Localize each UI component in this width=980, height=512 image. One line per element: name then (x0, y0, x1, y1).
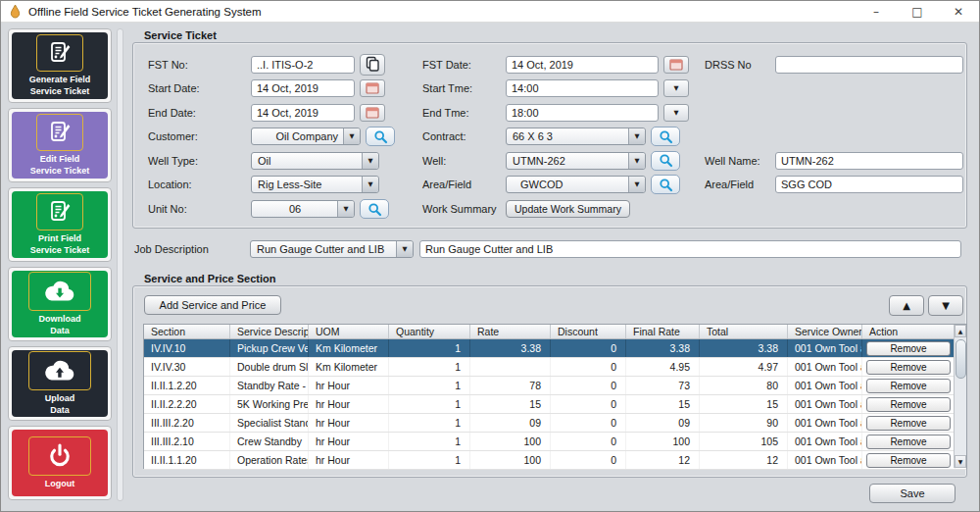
minimize-button[interactable]: – (856, 1, 897, 22)
cell-uom: hr Hour (309, 377, 389, 394)
job-description-dropdown[interactable]: Run Gauge Cutter and LIB (250, 240, 414, 258)
maximize-button[interactable]: □ (897, 1, 938, 22)
fst-date-calendar-button[interactable] (663, 56, 689, 74)
end-date-calendar-button[interactable] (360, 104, 385, 122)
cell-uom: hr Hour (309, 451, 389, 469)
start-date-input[interactable]: 14 Oct, 2019 (251, 79, 355, 97)
update-work-summary-button[interactable]: Update Work Summary (506, 200, 630, 218)
column-header-final-rate[interactable]: Final Rate (626, 325, 700, 338)
move-row-down-button[interactable]: ▼ (928, 295, 963, 316)
remove-row-button[interactable]: Remove (866, 360, 951, 375)
table-row[interactable]: II.II.2.2.20 5K Working Pres... hr Hour … (144, 395, 966, 414)
edit-field-service-ticket-button[interactable]: Edit FieldService Ticket (12, 112, 108, 179)
column-header-total[interactable]: Total (700, 325, 788, 338)
cell-rate: 3.38 (470, 339, 551, 357)
column-header-section[interactable]: Section (144, 325, 230, 338)
table-row[interactable]: III.III.2.10 Crew Standby hr Hour 1 100 … (144, 433, 966, 451)
location-dropdown[interactable]: Rig Less-Site (251, 176, 379, 193)
customer-dropdown[interactable]: Oil Company (251, 128, 361, 145)
scrollbar-thumb[interactable] (956, 339, 966, 379)
fst-no-input[interactable]: ..I. ITIS-O-2 (251, 56, 355, 74)
table-row[interactable]: II.II.1.2.20 Standby Rate - D... hr Hour… (144, 377, 966, 395)
column-header-service-owners[interactable]: Service Owners... (788, 325, 862, 338)
job-description-input[interactable]: Run Gauge Cutter and LIB (419, 240, 961, 258)
chevron-down-icon (362, 177, 378, 192)
remove-row-button[interactable]: Remove (866, 379, 951, 393)
remove-row-button[interactable]: Remove (866, 341, 951, 356)
close-button[interactable]: ✕ (938, 1, 979, 22)
start-date-calendar-button[interactable] (360, 79, 385, 97)
cell-service-owner: 001 Own Tool a... (788, 433, 862, 450)
logout-button[interactable]: Logout (12, 430, 108, 496)
form-column-3: DRSS No Well Name: UTMN-262 Area/Field S… (705, 55, 963, 200)
column-header-rate[interactable]: Rate (470, 325, 551, 338)
table-row[interactable]: IV.IV.30 Double drum Sli... Km Kilometer… (144, 358, 966, 377)
cell-uom: Km Kilometer (309, 339, 389, 357)
well-dropdown[interactable]: UTMN-262 (506, 152, 646, 170)
chevron-down-icon (362, 153, 378, 169)
column-header-action[interactable]: Action (862, 325, 956, 338)
sidebar-button-label: DownloadData (39, 314, 81, 336)
cell-discount: 0 (551, 451, 626, 469)
calendar-icon (366, 107, 379, 119)
download-data-button[interactable]: DownloadData (12, 271, 108, 337)
table-row[interactable]: II.II.1.1.20 Operation Rates... hr Hour … (144, 451, 966, 470)
cell-description: 5K Working Pres... (230, 395, 309, 413)
table-scrollbar[interactable]: ▲ ▼ (954, 325, 966, 468)
upload-data-button[interactable]: UploadData (12, 350, 108, 417)
end-date-input[interactable]: 14 Oct, 2019 (251, 104, 355, 122)
start-time-input[interactable]: 14:00 (506, 79, 659, 97)
column-header-uom[interactable]: UOM (309, 325, 389, 338)
print-field-service-ticket-button[interactable]: Print FieldService Ticket (12, 191, 108, 258)
table-row[interactable]: III.III.2.20 Specialist Standby hr Hour … (144, 414, 966, 433)
column-header-service-description[interactable]: Service Descripti... (230, 325, 309, 338)
location-label: Location: (148, 179, 251, 190)
remove-row-button[interactable]: Remove (866, 397, 951, 412)
cell-total: 105 (700, 433, 788, 450)
sidebar-card: Edit FieldService Ticket (8, 108, 112, 182)
drss-no-input[interactable] (775, 56, 963, 74)
well-type-dropdown[interactable]: Oil (251, 152, 379, 170)
fst-date-input[interactable]: 14 Oct, 2019 (506, 56, 659, 74)
document-pencil-icon (36, 114, 83, 151)
save-button[interactable]: Save (869, 484, 956, 503)
cloud-upload-icon (28, 351, 91, 390)
contract-search-button[interactable] (651, 127, 680, 146)
start-time-dropdown-button[interactable] (663, 79, 689, 97)
sidebar-scrollbar[interactable] (117, 28, 123, 501)
remove-row-button[interactable]: Remove (866, 435, 951, 449)
area-field-dropdown[interactable]: GWCOD (506, 176, 646, 193)
cell-section: III.III.2.10 (144, 433, 230, 450)
table-row[interactable]: IV.IV.10 Pickup Crew Ve... Km Kilometer … (144, 339, 966, 358)
cell-final-rate: 3.38 (626, 339, 700, 357)
column-header-quantity[interactable]: Quantity (389, 325, 470, 338)
well-label: Well: (422, 155, 506, 167)
sidebar-button-label: Logout (45, 479, 75, 489)
customer-search-button[interactable] (366, 127, 395, 146)
scroll-up-icon[interactable]: ▲ (955, 325, 966, 337)
well-search-button[interactable] (651, 151, 680, 171)
sidebar-card: DownloadData (8, 267, 112, 341)
scroll-down-icon[interactable]: ▼ (955, 455, 966, 468)
cell-description: Specialist Standby (230, 414, 309, 432)
column-header-discount[interactable]: Discount (551, 325, 626, 338)
remove-row-button[interactable]: Remove (866, 453, 951, 468)
remove-row-button[interactable]: Remove (866, 416, 951, 431)
end-time-dropdown-button[interactable] (663, 104, 689, 122)
cell-final-rate: 4.95 (626, 358, 700, 376)
unit-no-search-button[interactable] (360, 199, 389, 219)
generate-field-service-ticket-button[interactable]: Generate FieldService Ticket (12, 32, 108, 99)
area-field-input[interactable]: SGG COD (775, 176, 963, 193)
end-time-input[interactable]: 18:00 (506, 104, 659, 122)
move-row-up-button[interactable]: ▲ (889, 295, 924, 316)
cell-uom: hr Hour (309, 433, 389, 450)
job-description-row: Job Description Run Gauge Cutter and LIB… (134, 239, 961, 264)
area-field-search-button[interactable] (651, 175, 680, 194)
add-service-and-price-button[interactable]: Add Service and Price (144, 295, 281, 315)
copy-fst-no-button[interactable] (360, 54, 385, 76)
unit-no-dropdown[interactable]: 06 (251, 200, 355, 218)
sidebar-button-label: UploadData (45, 393, 75, 416)
contract-dropdown[interactable]: 66 X 6 3 (506, 128, 646, 145)
well-name-input[interactable]: UTMN-262 (775, 152, 963, 170)
cell-final-rate: 73 (626, 377, 700, 394)
